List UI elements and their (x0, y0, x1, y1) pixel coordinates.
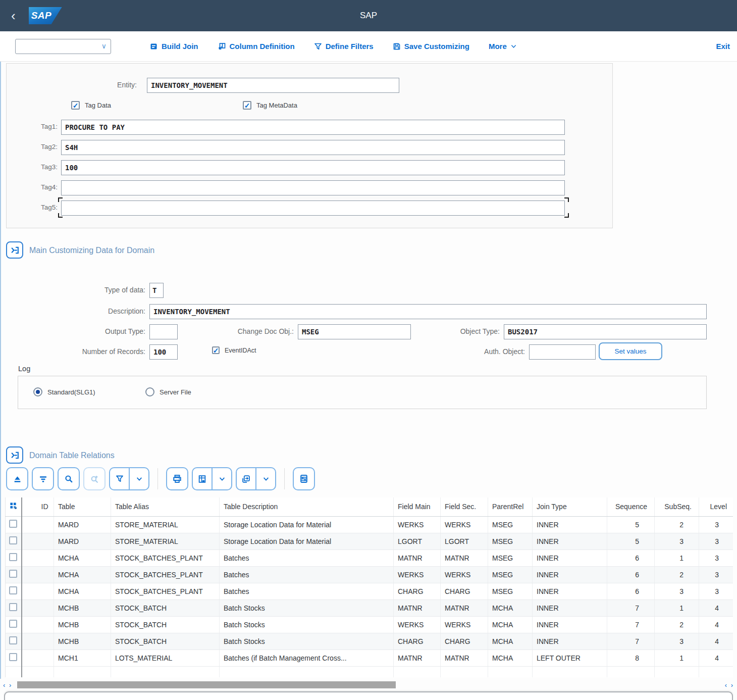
row-checkbox[interactable] (9, 586, 17, 594)
tag-data-checkbox[interactable]: Tag Data (71, 101, 111, 110)
find-button[interactable] (58, 467, 80, 490)
row-checkbox[interactable] (9, 553, 17, 561)
cell-field-sec: WERKS (441, 566, 488, 583)
cell-table-description: Batch Stocks (220, 633, 394, 649)
num-records-value: 100 (153, 348, 166, 356)
set-values-button[interactable]: Set values (599, 342, 662, 360)
column-header-subseq[interactable]: SubSeq. (655, 497, 699, 516)
row-checkbox[interactable] (9, 536, 17, 544)
expand-section-button[interactable] (6, 241, 23, 259)
column-header-id[interactable]: ID (22, 497, 54, 516)
table-row[interactable]: MARD STORE_MATERIAL Storage Location Dat… (6, 516, 733, 533)
build-join-button[interactable]: Build Join (149, 42, 198, 51)
filter-menu-button[interactable] (129, 468, 148, 489)
column-header-field-main[interactable]: Field Main (394, 497, 441, 516)
row-select-cell[interactable] (6, 616, 22, 633)
tag5-input[interactable] (61, 201, 565, 216)
content-left-divider (0, 62, 1, 679)
row-checkbox[interactable] (9, 636, 17, 644)
row-select-cell[interactable] (6, 533, 22, 549)
eventidact-checkbox[interactable]: EventIDAct (212, 346, 256, 354)
sort-ascending-button[interactable] (6, 467, 28, 490)
column-definition-button[interactable]: Column Definition (218, 42, 295, 51)
column-header-parentrel[interactable]: ParentRel (488, 497, 533, 516)
radio-standard-slg1[interactable]: Standard(SLG1) (33, 387, 95, 396)
tag4-input[interactable] (61, 180, 565, 195)
row-select-cell[interactable] (6, 583, 22, 599)
row-select-cell[interactable] (6, 633, 22, 649)
scroll-right-arrows-icon[interactable]: ‹ › (725, 681, 734, 689)
column-header-alias[interactable]: Table Alias (111, 497, 220, 516)
expand-section-button[interactable] (6, 446, 23, 464)
cell-id (22, 516, 54, 533)
table-row[interactable]: MCHB STOCK_BATCH Batch Stocks MATNR MATN… (6, 599, 733, 616)
row-checkbox[interactable] (9, 603, 17, 611)
row-checkbox[interactable] (9, 653, 17, 661)
row-select-cell[interactable] (6, 566, 22, 583)
export-button[interactable] (193, 468, 212, 489)
tag3-input[interactable]: 100 (61, 160, 565, 175)
cell-level: 3 (699, 566, 733, 583)
set-filter-button[interactable] (110, 468, 129, 489)
tag1-input[interactable]: PROCURE TO PAY (61, 120, 565, 135)
column-header-field-sec[interactable]: Field Sec. (441, 497, 488, 516)
row-checkbox[interactable] (9, 620, 17, 628)
row-checkbox[interactable] (9, 520, 17, 528)
change-doc-input[interactable]: MSEG (298, 324, 411, 339)
output-type-input[interactable] (149, 324, 178, 339)
table-row[interactable]: MCHB STOCK_BATCH Batch Stocks CHARG CHAR… (6, 633, 733, 649)
type-of-data-input[interactable]: T (149, 283, 164, 298)
table-row[interactable]: MCH1 LOTS_MATERIAL Batches (if Batch Man… (6, 649, 733, 666)
cell-table-alias: STOCK_BATCHES_PLANT (111, 566, 220, 583)
cell-join-type: INNER (533, 616, 607, 633)
table-settings-button[interactable] (293, 467, 315, 490)
views-menu-button[interactable] (255, 468, 275, 489)
cell-join-type: INNER (533, 599, 607, 616)
sort-descending-button[interactable] (32, 467, 54, 490)
views-button[interactable] (237, 468, 255, 489)
command-combobox[interactable]: ∨ (15, 39, 111, 54)
save-customizing-button[interactable]: Save Customizing (393, 42, 469, 51)
exit-button[interactable]: Exit (716, 42, 730, 51)
column-header-join-type[interactable]: Join Type (533, 497, 607, 516)
row-select-cell[interactable] (6, 549, 22, 566)
tag2-input[interactable]: S4H (61, 140, 565, 155)
row-select-cell[interactable] (6, 516, 22, 533)
scrollbar-thumb[interactable] (17, 681, 396, 688)
row-select-cell[interactable] (6, 649, 22, 666)
export-menu-button[interactable] (212, 468, 231, 489)
auth-object-input[interactable] (529, 344, 596, 360)
cell-table-description: Storage Location Data for Material (220, 516, 394, 533)
entity-input[interactable]: INVENTORY_MOVEMENT (147, 78, 399, 93)
cell-subseq: 1 (655, 599, 699, 616)
description-input[interactable]: INVENTORY_MOVEMENT (149, 304, 707, 319)
tag-metadata-checkbox[interactable]: Tag MetaData (243, 101, 297, 110)
table-row[interactable]: MCHA STOCK_BATCHES_PLANT Batches MATNR M… (6, 549, 733, 566)
print-button[interactable] (166, 467, 188, 490)
column-header-sequence[interactable]: Sequence (607, 497, 655, 516)
table-row[interactable]: MCHA STOCK_BATCHES_PLANT Batches CHARG C… (6, 583, 733, 599)
table-row[interactable]: MCHA STOCK_BATCHES_PLANT Batches WERKS W… (6, 566, 733, 583)
table-row[interactable]: MARD STORE_MATERIAL Storage Location Dat… (6, 533, 733, 549)
select-all-header[interactable] (6, 497, 22, 516)
num-records-input[interactable]: 100 (149, 344, 178, 360)
find-next-button[interactable] (83, 467, 106, 490)
radio-server-file[interactable]: Server File (145, 387, 191, 396)
radio-standard-label: Standard(SLG1) (47, 388, 95, 396)
column-header-level[interactable]: Level (699, 497, 733, 516)
more-button[interactable]: More (489, 42, 517, 51)
column-header-desc[interactable]: Table Description (220, 497, 394, 516)
table-row[interactable]: MCHB STOCK_BATCH Batch Stocks WERKS WERK… (6, 616, 733, 633)
cell-level: 3 (699, 583, 733, 599)
scroll-left-arrows-icon[interactable]: ‹ › (3, 681, 12, 689)
define-filters-button[interactable]: Define Filters (314, 42, 374, 51)
object-type-input[interactable]: BUS2017 (504, 324, 707, 339)
row-select-cell[interactable] (6, 599, 22, 616)
row-checkbox[interactable] (9, 570, 17, 578)
tag3-value: 100 (65, 164, 78, 172)
cell-level: 4 (699, 616, 733, 633)
more-label: More (489, 42, 507, 51)
chevron-down-icon[interactable]: ∨ (101, 42, 107, 50)
column-header-table[interactable]: Table (54, 497, 111, 516)
filter-split-button (109, 467, 149, 490)
